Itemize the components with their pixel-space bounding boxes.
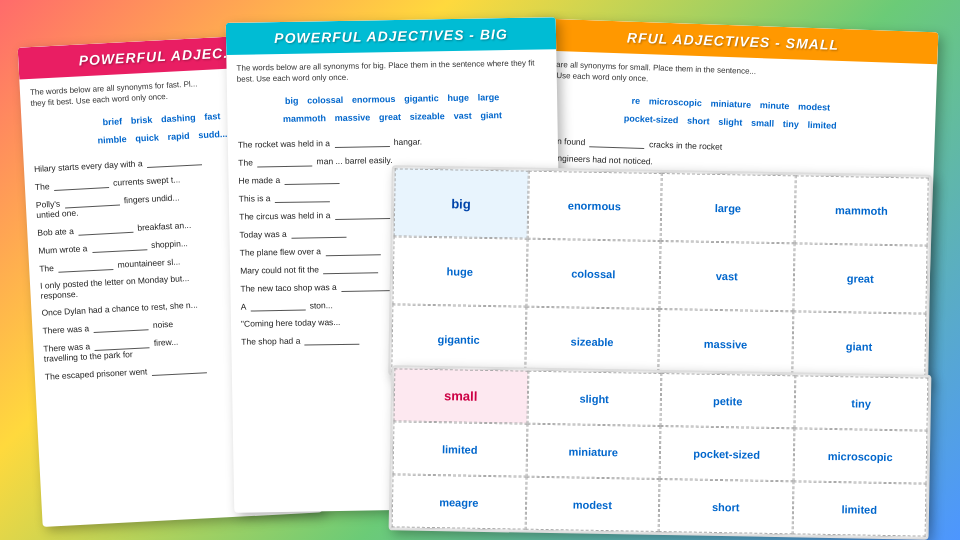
word-vast: vast: [454, 111, 472, 121]
word-enormous: enormous: [352, 94, 396, 105]
big-sentence-1: The rocket was held in a hangar.: [238, 134, 548, 150]
word-short: short: [687, 116, 710, 127]
cards-big-grid: big enormous large mammoth huge colossal…: [390, 167, 930, 382]
card-microscopic: microscopic: [793, 428, 927, 483]
card-sizeable: sizeable: [525, 307, 660, 377]
blank-b10: [250, 300, 305, 312]
blank-11: [151, 363, 207, 377]
card-header-small: small: [394, 368, 528, 423]
word-small: small: [751, 118, 774, 129]
word-miniature: miniature: [710, 99, 751, 110]
cards-small-sheet: small slight petite tiny limited miniatu…: [389, 365, 932, 539]
card-pocket-sized: pocket-sized: [660, 426, 794, 481]
blank-9: [93, 320, 149, 334]
word-brisk: brisk: [131, 115, 153, 126]
card-slight: slight: [527, 371, 661, 426]
word-colossal: colossal: [307, 95, 343, 106]
blank-b9: [341, 280, 396, 292]
word-tiny: tiny: [783, 119, 799, 130]
word-gigantic: gigantic: [404, 94, 439, 105]
card-enormous: enormous: [527, 171, 662, 241]
word-pocket-sized: pocket-sized: [624, 114, 679, 126]
card-header-big: big: [394, 168, 529, 238]
blank-b4: [275, 192, 330, 204]
word-dashing: dashing: [161, 113, 196, 125]
blank-10: [94, 338, 150, 352]
word-mammoth: mammoth: [283, 114, 326, 125]
sheet2-desc: The words below are all synonyms for big…: [236, 57, 546, 85]
word-big: big: [285, 96, 299, 106]
sheet3-desc: ...ow are all synonyms for small. Place …: [536, 58, 927, 94]
word-sudden: sudd...: [198, 129, 227, 141]
blank-b8: [323, 263, 378, 275]
card-limited-2: limited: [792, 481, 926, 536]
cards-big-sheet: big enormous large mammoth huge colossal…: [388, 165, 932, 384]
blank-1: [147, 155, 203, 169]
word-minute: minute: [760, 100, 790, 111]
blank-5: [91, 240, 147, 254]
blank-3: [64, 195, 120, 209]
word-rapid: rapid: [167, 131, 190, 142]
word-large: large: [478, 93, 500, 103]
word-quick: quick: [135, 133, 159, 144]
card-short: short: [659, 479, 793, 534]
card-massive: massive: [658, 309, 793, 379]
word-modest: modest: [798, 102, 830, 113]
word-limited: limited: [807, 120, 836, 131]
word-great: great: [379, 112, 401, 122]
card-modest: modest: [525, 477, 659, 532]
card-petite: petite: [660, 373, 794, 428]
card-colossal: colossal: [526, 239, 661, 309]
card-gigantic: gigantic: [391, 304, 526, 374]
word-giant: giant: [480, 110, 502, 120]
blank-4: [78, 222, 134, 236]
card-huge: huge: [392, 236, 527, 306]
sheet2-title: POWERFUL ADJECTIVES - BIG: [236, 25, 546, 46]
word-slight: slight: [718, 117, 742, 128]
card-miniature: miniature: [526, 424, 660, 479]
card-limited: limited: [393, 421, 527, 476]
card-great: great: [793, 243, 928, 313]
blank-6: [58, 259, 114, 273]
word-brief: brief: [102, 117, 122, 128]
blank-b6: [291, 227, 346, 239]
card-meagre: meagre: [392, 474, 526, 529]
blank-b5: [335, 208, 390, 220]
word-sizeable: sizeable: [410, 111, 445, 122]
card-tiny: tiny: [794, 375, 928, 430]
blank-2: [54, 177, 110, 191]
word-re: re: [631, 96, 640, 106]
word-microscopic: microscopic: [649, 97, 702, 109]
blank-b2: [257, 156, 312, 168]
card-mammoth: mammoth: [794, 175, 929, 245]
blank-b3: [284, 173, 339, 185]
card-vast: vast: [659, 241, 794, 311]
blank-b7: [325, 245, 380, 257]
blank-s1: [590, 137, 645, 150]
card-large: large: [661, 173, 796, 243]
word-nimble: nimble: [97, 134, 126, 146]
blank-b12: [305, 334, 360, 346]
word-huge: huge: [447, 93, 469, 103]
cards-small-grid: small slight petite tiny limited miniatu…: [391, 367, 930, 537]
word-fast: fast: [204, 112, 221, 123]
sheet3-wordbank: re microscopic miniature minute modest p…: [535, 89, 926, 139]
sheet2-wordbank: big colossal enormous gigantic huge larg…: [237, 88, 548, 129]
card-giant: giant: [792, 311, 927, 381]
word-massive: massive: [335, 113, 371, 124]
blank-b1: [334, 136, 389, 148]
